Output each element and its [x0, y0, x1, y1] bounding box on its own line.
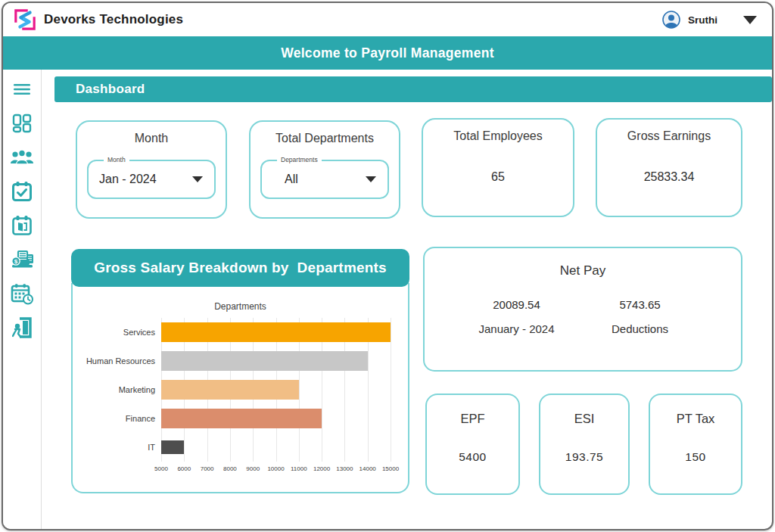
epf-title: EPF [427, 412, 518, 426]
chart-x-tick: 15000 [382, 465, 399, 472]
month-select-value: Jan - 2024 [99, 173, 157, 186]
chart-x-tick: 10000 [267, 465, 284, 472]
net-pay-period: January - 2024 [478, 322, 554, 335]
chart-x-tick: 5000 [154, 465, 168, 472]
month-filter-card: Month Month Jan - 2024 [76, 120, 227, 219]
chart-category-labels: ServicesHuman ResourcesMarketingFinanceI… [80, 318, 161, 462]
user-avatar-icon [662, 11, 680, 29]
employees-icon[interactable] [9, 147, 35, 168]
chart-body: ServicesHuman ResourcesMarketingFinanceI… [80, 318, 391, 462]
timesheet-calendar-icon[interactable] [9, 283, 35, 304]
chart-x-tick: 7000 [201, 465, 214, 472]
departments-select-value: All [285, 173, 298, 186]
departments-select-caret-icon[interactable] [366, 176, 376, 182]
departments-select-label: Departments [277, 156, 322, 163]
chart-bar-it [161, 440, 184, 454]
esi-card: ESI 193.75 [539, 394, 630, 495]
app-window: Devorks Technologies Sruthi Welcome to P… [2, 2, 773, 530]
chart-x-axis: 5000600070008000900010000110001200013000… [161, 465, 391, 476]
esi-value: 193.75 [540, 450, 628, 464]
menu-icon[interactable] [9, 79, 35, 100]
chart-x-tick: 6000 [177, 465, 191, 472]
welcome-banner: Welcome to Payroll Management [3, 36, 772, 70]
pt-tax-title: PT Tax [650, 412, 741, 426]
page-header: Dashboard [54, 76, 772, 102]
total-employees-value: 65 [423, 170, 573, 184]
pt-tax-card: PT Tax 150 [649, 394, 742, 495]
pt-tax-value: 150 [650, 450, 741, 464]
welcome-banner-text: Welcome to Payroll Management [281, 45, 494, 61]
attendance-calendar-icon[interactable] [9, 181, 35, 202]
epf-card: EPF 5400 [425, 394, 520, 495]
chart-x-tick: 8000 [223, 465, 237, 472]
leave-calendar-icon[interactable] [9, 215, 35, 236]
chart-category-label: Services [80, 318, 161, 347]
chart-bar-marketing [161, 380, 299, 400]
departments-select[interactable]: Departments All [260, 160, 389, 199]
sidebar-nav: $ [3, 70, 42, 529]
svg-text:$: $ [14, 258, 18, 265]
chart-category-label: IT [80, 433, 161, 462]
gross-earnings-card: Gross Earnings 25833.34 [596, 118, 742, 217]
gross-earnings-title: Gross Earnings [597, 129, 741, 143]
chart-category-label: Finance [80, 404, 161, 433]
month-select[interactable]: Month Jan - 2024 [87, 160, 216, 199]
net-pay-card: Net Pay 20089.54 5743.65 January - 2024 … [423, 247, 742, 372]
app-root: Devorks Technologies Sruthi Welcome to P… [0, 0, 775, 532]
gross-salary-chart: Departments ServicesHuman ResourcesMarke… [71, 283, 409, 493]
chart-x-tick: 12000 [313, 465, 330, 472]
dashboard-icon[interactable] [9, 113, 35, 134]
chart-x-tick: 9000 [246, 465, 260, 472]
payroll-icon[interactable]: $ [9, 249, 35, 270]
month-select-caret-icon[interactable] [192, 176, 203, 182]
chart-bar-finance [161, 409, 322, 428]
company-name: Devorks Technologies [44, 12, 183, 27]
month-card-title: Month [77, 132, 226, 145]
page-title: Dashboard [76, 82, 145, 97]
chart-category-label: Marketing [80, 375, 161, 404]
net-pay-amount: 20089.54 [493, 298, 540, 311]
chart-x-tick: 11000 [291, 465, 307, 472]
gross-earnings-value: 25833.34 [597, 170, 741, 184]
departments-filter-card: Total Departments Departments All [249, 120, 400, 219]
net-pay-title: Net Pay [425, 263, 741, 278]
company-logo-icon [14, 8, 36, 31]
deductions-amount: 5743.65 [619, 298, 660, 311]
chart-x-tick: 13000 [336, 465, 353, 472]
chart-x-tick: 14000 [359, 465, 376, 472]
departments-card-title: Total Departments [251, 132, 399, 145]
chart-gridline [391, 318, 391, 462]
chart-plot [161, 318, 391, 462]
esi-title: ESI [540, 412, 628, 426]
month-select-label: Month [104, 156, 129, 163]
top-bar: Devorks Technologies Sruthi [3, 3, 772, 36]
epf-value: 5400 [427, 450, 518, 464]
chart-section-title: Gross Salary Breakdown by Departments [94, 260, 387, 276]
user-menu-caret-icon[interactable] [743, 16, 757, 24]
deductions-label: Deductions [612, 322, 668, 335]
chart-section-header: Gross Salary Breakdown by Departments [71, 249, 409, 287]
chart-category-label: Human Resources [80, 347, 161, 375]
logout-icon[interactable] [9, 317, 35, 338]
chart-title: Departments [73, 301, 408, 312]
total-employees-card: Total Employees 65 [422, 118, 574, 217]
chart-bar-human-resources [161, 351, 368, 371]
user-name: Sruthi [688, 14, 717, 26]
chart-bar-services [161, 322, 391, 342]
total-employees-title: Total Employees [423, 129, 573, 143]
user-menu[interactable]: Sruthi [662, 11, 761, 29]
